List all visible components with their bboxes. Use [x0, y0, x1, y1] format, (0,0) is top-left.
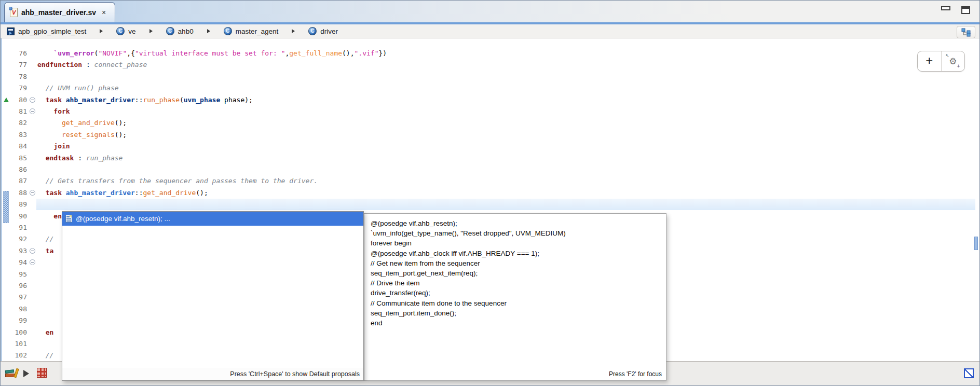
breadcrumb-item-apb_gpio_simple_test[interactable]: apb_gpio_simple_test — [7, 27, 86, 35]
line-number[interactable]: 99 — [9, 315, 27, 326]
line-number[interactable]: 101 — [9, 338, 27, 350]
autocomplete-popup: @(posedge vif.ahb_resetn); ... Press 'Ct… — [62, 211, 364, 381]
code-text: endfunction : connect_phase — [37, 59, 147, 71]
code-line-89: 89 — [2, 199, 979, 211]
line-number[interactable]: 88 — [9, 187, 27, 199]
breadcrumb-item-driver[interactable]: driver — [308, 27, 338, 35]
line-number[interactable]: 77 — [9, 59, 27, 71]
code-line-80: 80 task ahb_master_driver::run_phase(uvm… — [2, 94, 979, 106]
preview-code-line: seq_item_port.item_done(); — [371, 308, 664, 318]
code-text: en — [37, 211, 62, 222]
code-line-87: 87 // Gets transfers from the sequencer … — [2, 175, 979, 187]
class-icon — [224, 27, 232, 35]
code-text: reset_signals(); — [37, 129, 127, 141]
proposal-preview-panel: @(posedge vif.ahb_resetn);`uvm_info(get_… — [364, 213, 666, 381]
code-line-76: 76 `uvm_error("NOVIF",{"virtual interfac… — [2, 48, 979, 60]
code-text: endtask : run_phase — [37, 153, 122, 164]
line-number[interactable]: 94 — [9, 257, 27, 268]
line-number[interactable]: 82 — [9, 117, 27, 129]
overview-ruler-marker — [974, 237, 978, 250]
preview-footer-hint: Press 'F2' for focus — [364, 368, 666, 380]
library-books-icon[interactable] — [5, 368, 18, 379]
editor-floating-toolbar: + ⚙ — [917, 51, 965, 72]
maximize-button[interactable] — [961, 6, 970, 14]
systemverilog-file-icon — [10, 8, 18, 17]
gear-icon: ⚙ — [949, 56, 957, 67]
code-text: task ahb_master_driver::run_phase(uvm_ph… — [37, 94, 253, 106]
line-number[interactable]: 84 — [9, 141, 27, 152]
fold-collapse-icon[interactable] — [30, 259, 35, 265]
line-number[interactable]: 79 — [9, 82, 27, 94]
breadcrumb-label: driver — [320, 27, 338, 35]
line-number[interactable]: 93 — [9, 245, 27, 257]
breadcrumb-item-ve[interactable]: ve — [116, 27, 135, 35]
preview-code-line: @(posedge vif.ahb_resetn); — [371, 218, 664, 228]
fold-collapse-icon[interactable] — [30, 190, 35, 196]
line-number[interactable]: 86 — [9, 164, 27, 175]
proposal-preview-code: @(posedge vif.ahb_resetn);`uvm_info(get_… — [364, 214, 666, 328]
module-icon — [7, 27, 15, 35]
console-toggle-icon[interactable] — [964, 368, 974, 378]
preview-code-line: seq_item_port.get_next_item(req); — [371, 268, 664, 278]
line-number[interactable]: 87 — [9, 175, 27, 187]
line-number[interactable]: 91 — [9, 222, 27, 233]
add-button[interactable]: + — [918, 51, 941, 71]
minimize-button[interactable] — [941, 6, 950, 10]
preview-code-line: end — [371, 318, 664, 328]
tab-ahb-master-driver[interactable]: ahb_master_driver.sv × — [4, 2, 115, 22]
ide-window: ahb_master_driver.sv × apb_gpio_simple_t… — [0, 0, 980, 386]
preview-code-line: forever begin — [371, 238, 664, 248]
preview-code-line: @(posedge vif.ahb_clock iff vif.AHB_HREA… — [371, 249, 664, 258]
line-number[interactable]: 83 — [9, 129, 27, 141]
line-number[interactable]: 100 — [9, 327, 27, 338]
code-text: fork — [37, 106, 70, 117]
line-number[interactable]: 89 — [9, 199, 27, 210]
line-number[interactable]: 90 — [9, 211, 27, 222]
line-number[interactable]: 78 — [9, 71, 27, 82]
line-number[interactable]: 81 — [9, 106, 27, 117]
breadcrumb-item-master_agent[interactable]: master_agent — [224, 27, 279, 35]
line-number[interactable]: 97 — [9, 292, 27, 303]
class-icon — [166, 27, 174, 35]
breadcrumb-arrow-icon — [292, 29, 295, 33]
line-number[interactable]: 96 — [9, 280, 27, 292]
code-line-79: 79 // UVM run() phase — [2, 82, 979, 94]
breadcrumb-arrow-icon — [100, 29, 103, 33]
code-text: // — [37, 350, 53, 361]
run-arrow-icon[interactable] — [23, 370, 29, 377]
preview-code-line: `uvm_info(get_type_name(), "Reset droppe… — [371, 228, 664, 238]
breadcrumb-arrow-icon — [149, 29, 153, 33]
line-number[interactable]: 98 — [9, 304, 27, 315]
line-number[interactable]: 95 — [9, 269, 27, 280]
proposal-label: @(posedge vif.ahb_resetn); ... — [76, 215, 170, 223]
breadcrumb-item-ahb0[interactable]: ahb0 — [166, 27, 194, 35]
proposal-item-selected[interactable]: @(posedge vif.ahb_resetn); ... — [62, 212, 363, 226]
close-tab-icon[interactable]: × — [102, 8, 106, 17]
preview-code-line: // Drive the item — [371, 278, 664, 288]
code-line-83: 83 reset_signals(); — [2, 129, 979, 141]
fold-collapse-icon[interactable] — [30, 248, 35, 254]
line-number[interactable]: 80 — [9, 94, 27, 106]
settings-button[interactable]: ⚙ — [941, 51, 965, 71]
fold-collapse-icon[interactable] — [30, 108, 35, 114]
fold-collapse-icon[interactable] — [30, 97, 35, 103]
class-icon — [308, 27, 317, 35]
code-text: get_and_drive(); — [37, 117, 127, 129]
hierarchy-view-button[interactable] — [957, 26, 975, 38]
code-line-81: 81 fork — [2, 106, 979, 118]
line-number[interactable]: 85 — [9, 153, 27, 164]
code-line-86: 86 — [2, 164, 979, 176]
red-grid-icon[interactable] — [37, 368, 47, 378]
breadcrumb-label: ahb0 — [178, 27, 194, 35]
hierarchy-icon — [961, 28, 971, 37]
class-icon — [116, 27, 125, 35]
code-text: ta — [37, 245, 53, 257]
line-number[interactable]: 92 — [9, 233, 27, 245]
code-text: join — [37, 141, 70, 152]
line-number[interactable]: 76 — [9, 48, 27, 59]
code-line-88: 88 task ahb_master_driver::get_and_drive… — [2, 187, 979, 199]
line-number[interactable]: 102 — [9, 350, 27, 361]
code-line-78: 78 — [2, 71, 979, 83]
code-text: en — [37, 327, 53, 338]
code-text: // UVM run() phase — [37, 82, 119, 94]
